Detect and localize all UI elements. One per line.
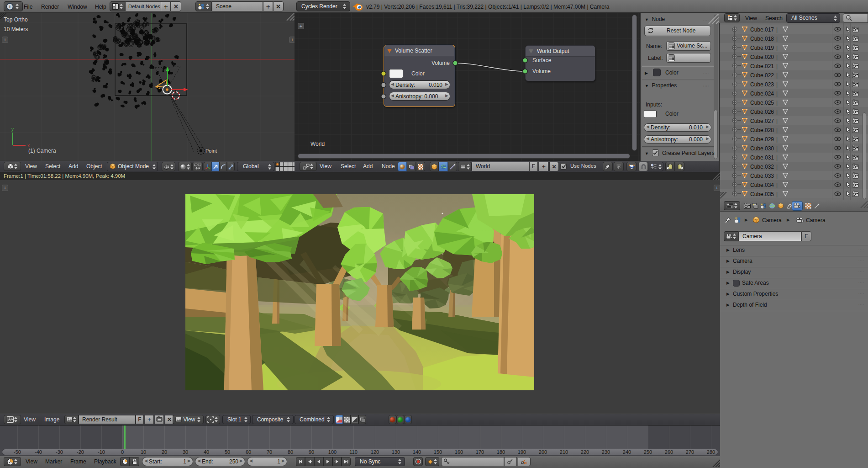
svg-text:i: i: [9, 4, 11, 9]
svg-text:y: y: [11, 127, 14, 132]
svg-text:Point: Point: [205, 148, 217, 154]
